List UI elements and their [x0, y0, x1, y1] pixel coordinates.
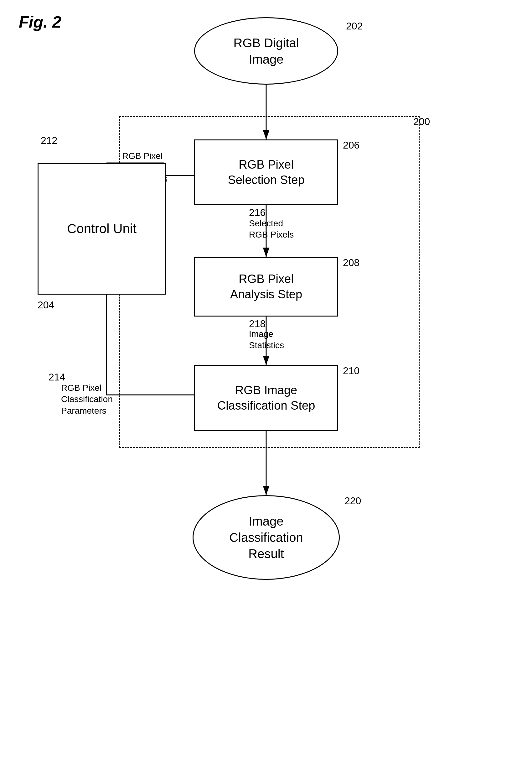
node-rgb-pixel-analysis: RGB Pixel Analysis Step	[194, 257, 338, 317]
label-216: Selected RGB Pixels	[249, 218, 294, 241]
node-control-unit-text: Control Unit	[67, 220, 136, 238]
ref-218: 218	[249, 318, 266, 330]
label-218: Image Statistics	[249, 329, 284, 351]
node-rgb-image-classification: RGB Image Classification Step	[194, 365, 338, 431]
node-rgb-digital-image-text: RGB Digital Image	[234, 35, 299, 67]
ref-214: 214	[49, 372, 65, 383]
node-image-classification-result-text: Image Classification Result	[229, 513, 303, 562]
node-rgb-pixel-selection-text: RGB Pixel Selection Step	[228, 157, 304, 188]
node-rgb-image-classification-text: RGB Image Classification Step	[217, 382, 315, 414]
ref-202: 202	[346, 20, 363, 32]
ref-204: 204	[38, 299, 54, 311]
ref-220: 220	[345, 495, 361, 507]
node-image-classification-result: Image Classification Result	[192, 495, 340, 580]
ref-200: 200	[413, 116, 430, 128]
node-rgb-pixel-selection: RGB Pixel Selection Step	[194, 140, 338, 205]
ref-212: 212	[41, 135, 57, 146]
node-control-unit: Control Unit	[38, 163, 166, 295]
ref-216: 216	[249, 207, 266, 219]
diagram: Fig. 2	[0, 0, 532, 765]
node-rgb-digital-image: RGB Digital Image	[194, 17, 338, 85]
label-214: RGB Pixel Classification Parameters	[61, 382, 113, 416]
figure-label: Fig. 2	[19, 13, 61, 31]
ref-206: 206	[343, 140, 360, 151]
ref-208: 208	[343, 257, 360, 269]
ref-210: 210	[343, 365, 360, 377]
node-rgb-pixel-analysis-text: RGB Pixel Analysis Step	[230, 272, 302, 303]
